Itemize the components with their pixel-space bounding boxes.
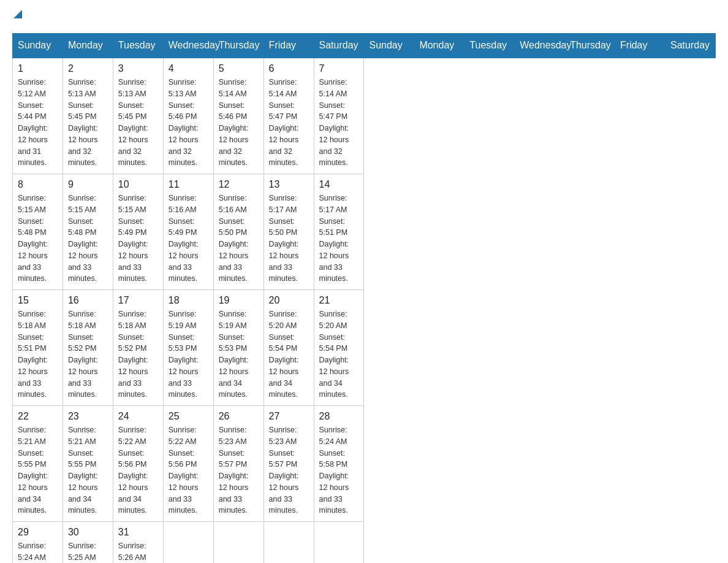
- day-cell: [163, 522, 213, 564]
- day-cell: 12Sunrise: 5:16 AMSunset: 5:50 PMDayligh…: [213, 174, 264, 290]
- day-number: 25: [169, 411, 208, 422]
- day-cell: 20Sunrise: 5:20 AMSunset: 5:54 PMDayligh…: [264, 290, 314, 406]
- day-number: 26: [219, 411, 259, 422]
- day-cell: 21Sunrise: 5:20 AMSunset: 5:54 PMDayligh…: [314, 290, 364, 406]
- day-number: 30: [68, 527, 108, 538]
- column-header-friday: Friday: [615, 34, 665, 58]
- calendar-table: SundayMondayTuesdayWednesdayThursdayFrid…: [12, 33, 716, 563]
- week-row-4: 22Sunrise: 5:21 AMSunset: 5:55 PMDayligh…: [13, 406, 716, 522]
- day-cell: 19Sunrise: 5:19 AMSunset: 5:53 PMDayligh…: [213, 290, 264, 406]
- day-number: 29: [18, 527, 58, 538]
- day-number: 22: [18, 411, 58, 422]
- day-info: Sunrise: 5:24 AMSunset: 5:58 PMDaylight:…: [18, 540, 58, 563]
- day-cell: 22Sunrise: 5:21 AMSunset: 5:55 PMDayligh…: [13, 406, 63, 522]
- day-info: Sunrise: 5:20 AMSunset: 5:54 PMDaylight:…: [319, 308, 359, 400]
- header-saturday: Saturday: [314, 34, 364, 58]
- day-number: 1: [18, 63, 58, 74]
- day-cell: 31Sunrise: 5:26 AMSunset: 5:59 PMDayligh…: [113, 522, 163, 564]
- day-info: Sunrise: 5:14 AMSunset: 5:46 PMDaylight:…: [219, 77, 259, 169]
- day-number: 28: [319, 411, 359, 422]
- day-cell: 15Sunrise: 5:18 AMSunset: 5:51 PMDayligh…: [13, 290, 63, 406]
- day-number: 2: [68, 63, 108, 74]
- day-cell: 14Sunrise: 5:17 AMSunset: 5:51 PMDayligh…: [314, 174, 364, 290]
- column-header-wednesday: Wednesday: [515, 34, 565, 58]
- day-cell: 16Sunrise: 5:18 AMSunset: 5:52 PMDayligh…: [63, 290, 113, 406]
- day-number: 17: [118, 295, 158, 306]
- day-info: Sunrise: 5:18 AMSunset: 5:52 PMDaylight:…: [68, 308, 108, 400]
- day-info: Sunrise: 5:26 AMSunset: 5:59 PMDaylight:…: [118, 540, 158, 563]
- day-number: 13: [269, 179, 309, 190]
- day-info: Sunrise: 5:17 AMSunset: 5:50 PMDaylight:…: [269, 193, 309, 285]
- day-info: Sunrise: 5:13 AMSunset: 5:45 PMDaylight:…: [68, 77, 108, 169]
- day-info: Sunrise: 5:23 AMSunset: 5:57 PMDaylight:…: [219, 424, 259, 516]
- day-number: 18: [169, 295, 208, 306]
- day-number: 7: [319, 63, 359, 74]
- day-info: Sunrise: 5:14 AMSunset: 5:47 PMDaylight:…: [319, 77, 359, 169]
- day-cell: 26Sunrise: 5:23 AMSunset: 5:57 PMDayligh…: [213, 406, 264, 522]
- day-number: 20: [269, 295, 309, 306]
- day-cell: [264, 522, 314, 564]
- day-cell: 7Sunrise: 5:14 AMSunset: 5:47 PMDaylight…: [314, 58, 364, 174]
- day-cell: 17Sunrise: 5:18 AMSunset: 5:52 PMDayligh…: [113, 290, 163, 406]
- header-monday: Monday: [63, 34, 113, 58]
- day-info: Sunrise: 5:13 AMSunset: 5:46 PMDaylight:…: [169, 77, 208, 169]
- day-number: 6: [269, 63, 309, 74]
- day-info: Sunrise: 5:24 AMSunset: 5:58 PMDaylight:…: [319, 424, 359, 516]
- day-number: 16: [68, 295, 108, 306]
- day-info: Sunrise: 5:16 AMSunset: 5:49 PMDaylight:…: [169, 193, 208, 285]
- day-info: Sunrise: 5:14 AMSunset: 5:47 PMDaylight:…: [269, 77, 309, 169]
- day-cell: 3Sunrise: 5:13 AMSunset: 5:45 PMDaylight…: [113, 58, 163, 174]
- day-info: Sunrise: 5:18 AMSunset: 5:52 PMDaylight:…: [118, 308, 158, 400]
- header-tuesday: Tuesday: [113, 34, 163, 58]
- day-cell: 1Sunrise: 5:12 AMSunset: 5:44 PMDaylight…: [13, 58, 63, 174]
- column-header-monday: Monday: [414, 34, 464, 58]
- day-number: 14: [319, 179, 359, 190]
- day-number: 15: [18, 295, 58, 306]
- day-info: Sunrise: 5:16 AMSunset: 5:50 PMDaylight:…: [219, 193, 259, 285]
- day-number: 9: [68, 179, 108, 190]
- day-cell: [213, 522, 264, 564]
- day-info: Sunrise: 5:15 AMSunset: 5:48 PMDaylight:…: [68, 193, 108, 285]
- day-info: Sunrise: 5:23 AMSunset: 5:57 PMDaylight:…: [269, 424, 309, 516]
- day-cell: 23Sunrise: 5:21 AMSunset: 5:55 PMDayligh…: [63, 406, 113, 522]
- column-header-saturday: Saturday: [665, 34, 715, 58]
- header-friday: Friday: [264, 34, 314, 58]
- day-info: Sunrise: 5:22 AMSunset: 5:56 PMDaylight:…: [169, 424, 208, 516]
- day-cell: 24Sunrise: 5:22 AMSunset: 5:56 PMDayligh…: [113, 406, 163, 522]
- day-info: Sunrise: 5:21 AMSunset: 5:55 PMDaylight:…: [68, 424, 108, 516]
- day-number: 3: [118, 63, 158, 74]
- day-info: Sunrise: 5:18 AMSunset: 5:51 PMDaylight:…: [18, 308, 58, 400]
- day-number: 21: [319, 295, 359, 306]
- day-cell: 13Sunrise: 5:17 AMSunset: 5:50 PMDayligh…: [264, 174, 314, 290]
- day-number: 4: [169, 63, 208, 74]
- day-cell: 10Sunrise: 5:15 AMSunset: 5:49 PMDayligh…: [113, 174, 163, 290]
- week-row-1: 1Sunrise: 5:12 AMSunset: 5:44 PMDaylight…: [13, 58, 716, 174]
- column-header-tuesday: Tuesday: [464, 34, 515, 58]
- day-cell: 27Sunrise: 5:23 AMSunset: 5:57 PMDayligh…: [264, 406, 314, 522]
- day-info: Sunrise: 5:20 AMSunset: 5:54 PMDaylight:…: [269, 308, 309, 400]
- logo: [12, 12, 22, 21]
- day-cell: 29Sunrise: 5:24 AMSunset: 5:58 PMDayligh…: [13, 522, 63, 564]
- day-info: Sunrise: 5:25 AMSunset: 5:59 PMDaylight:…: [68, 540, 108, 563]
- day-cell: 25Sunrise: 5:22 AMSunset: 5:56 PMDayligh…: [163, 406, 213, 522]
- day-number: 12: [219, 179, 259, 190]
- day-number: 24: [118, 411, 158, 422]
- day-cell: 9Sunrise: 5:15 AMSunset: 5:48 PMDaylight…: [63, 174, 113, 290]
- header-wednesday: Wednesday: [163, 34, 213, 58]
- day-info: Sunrise: 5:19 AMSunset: 5:53 PMDaylight:…: [219, 308, 259, 400]
- day-number: 8: [18, 179, 58, 190]
- calendar-header-row: SundayMondayTuesdayWednesdayThursdayFrid…: [13, 34, 716, 58]
- day-cell: 8Sunrise: 5:15 AMSunset: 5:48 PMDaylight…: [13, 174, 63, 290]
- day-cell: 6Sunrise: 5:14 AMSunset: 5:47 PMDaylight…: [264, 58, 314, 174]
- day-info: Sunrise: 5:15 AMSunset: 5:49 PMDaylight:…: [118, 193, 158, 285]
- day-cell: 11Sunrise: 5:16 AMSunset: 5:49 PMDayligh…: [163, 174, 213, 290]
- day-info: Sunrise: 5:19 AMSunset: 5:53 PMDaylight:…: [169, 308, 208, 400]
- day-number: 10: [118, 179, 158, 190]
- day-cell: 4Sunrise: 5:13 AMSunset: 5:46 PMDaylight…: [163, 58, 213, 174]
- day-number: 27: [269, 411, 309, 422]
- day-cell: 2Sunrise: 5:13 AMSunset: 5:45 PMDaylight…: [63, 58, 113, 174]
- week-row-5: 29Sunrise: 5:24 AMSunset: 5:58 PMDayligh…: [13, 522, 716, 564]
- day-cell: 30Sunrise: 5:25 AMSunset: 5:59 PMDayligh…: [63, 522, 113, 564]
- day-cell: 28Sunrise: 5:24 AMSunset: 5:58 PMDayligh…: [314, 406, 364, 522]
- header-thursday: Thursday: [213, 34, 264, 58]
